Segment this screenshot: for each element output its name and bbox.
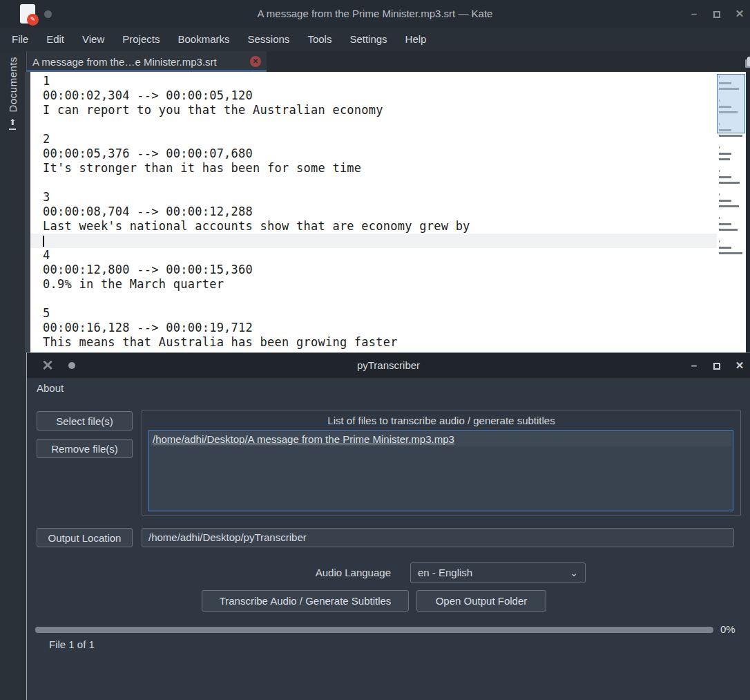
minimize-button[interactable]: – <box>684 0 704 28</box>
file-list-title: List of files to transcribe audio / gene… <box>142 410 740 426</box>
kate-tabbar: A message from the…e Minister.mp3.srt ✕ <box>25 51 750 72</box>
audio-language-label: Audio Language <box>234 567 391 578</box>
menu-file[interactable]: File <box>3 28 37 51</box>
menu-view[interactable]: View <box>73 28 113 51</box>
kate-titlebar[interactable]: ✎ A message from the Prime Minister.mp3.… <box>0 0 750 28</box>
menu-about[interactable]: About <box>37 378 64 399</box>
editor-line: 00:00:08,704 --> 00:00:12,288 <box>30 205 717 219</box>
documents-sidebar-label: Documents <box>7 57 19 112</box>
editor-right-strip <box>746 72 750 352</box>
editor-gutter <box>25 72 30 352</box>
minimap-line <box>719 200 731 202</box>
pytranscriber-window-title: pyTranscriber <box>27 353 750 378</box>
pytranscriber-window: ✕ pyTranscriber – ✕ About Select file(s)… <box>26 352 750 700</box>
editor-line: 5 <box>30 306 717 321</box>
minimap-line <box>719 247 731 249</box>
editor-line: 3 <box>30 190 717 205</box>
transcribe-button[interactable]: Transcribe Audio / Generate Subtitles <box>202 590 409 612</box>
kate-menubar: FileEditViewProjectsBookmarksSessionsToo… <box>0 28 750 51</box>
editor-line: 00:00:02,304 --> 00:00:05,120 <box>30 88 717 103</box>
menu-settings[interactable]: Settings <box>340 28 396 51</box>
minimap-line <box>719 176 731 178</box>
editor-line <box>30 234 717 248</box>
pytranscriber-titlebar[interactable]: ✕ pyTranscriber – ✕ <box>27 353 750 378</box>
editor-line: This means that Australia has been growi… <box>30 335 717 350</box>
editor-line <box>30 176 717 190</box>
editor-line: I can report to you that the Australian … <box>30 103 717 117</box>
chevron-down-icon: ⌄ <box>570 563 578 583</box>
progress-status: File 1 of 1 <box>49 638 95 650</box>
minimap-line <box>719 223 731 225</box>
minimap-line <box>719 146 720 149</box>
minimap-line <box>719 193 720 196</box>
tab-close-icon[interactable]: ✕ <box>250 56 261 67</box>
output-location-button[interactable]: Output Location <box>37 528 133 547</box>
open-output-folder-button[interactable]: Open Output Folder <box>416 590 546 612</box>
editor-line: 00:00:05,376 --> 00:00:07,680 <box>30 146 717 161</box>
menu-tools[interactable]: Tools <box>298 28 340 51</box>
audio-language-selected-value: en - English <box>418 567 472 578</box>
minimap-line <box>719 252 742 254</box>
maximize-icon <box>713 11 720 18</box>
minimap-line <box>719 153 731 155</box>
minimize-button[interactable]: – <box>684 353 704 378</box>
menu-sessions[interactable]: Sessions <box>239 28 299 51</box>
editor-line: 1 <box>30 74 717 88</box>
minimap-line <box>719 182 740 184</box>
minimap[interactable] <box>717 72 746 352</box>
minimap-line <box>719 158 730 160</box>
editor-line: 4 <box>30 248 717 263</box>
tab-label: A message from the…e Minister.mp3.srt <box>32 56 250 68</box>
progress-percent: 0% <box>720 623 735 635</box>
editor-line: It's stronger than it has been for some … <box>30 161 717 176</box>
close-button[interactable]: ✕ <box>729 353 750 378</box>
maximize-icon <box>713 363 720 370</box>
maximize-button[interactable] <box>706 353 727 378</box>
text-editor[interactable]: 100:00:02,304 --> 00:00:05,120I can repo… <box>25 72 750 352</box>
editor-line: 00:00:12,800 --> 00:00:15,360 <box>30 263 717 277</box>
editor-line: Last week's national accounts show that … <box>30 219 717 234</box>
upload-arrow-icon: ⬆ <box>9 118 16 129</box>
menu-projects[interactable]: Projects <box>113 28 169 51</box>
editor-line: 00:00:16,128 --> 00:00:19,712 <box>30 321 717 335</box>
text-cursor <box>43 236 44 247</box>
close-button[interactable]: ✕ <box>729 0 750 28</box>
editor-line <box>30 117 717 132</box>
minimap-line <box>719 205 739 207</box>
pytranscriber-body: Select file(s) Remove file(s) List of fi… <box>27 399 750 700</box>
maximize-button[interactable] <box>706 0 727 28</box>
minimap-line <box>719 229 738 231</box>
minimap-line <box>719 135 742 137</box>
tab-srt-file[interactable]: A message from the…e Minister.mp3.srt ✕ <box>26 51 267 72</box>
kate-window-title: A message from the Prime Minister.mp3.sr… <box>0 0 750 28</box>
editor-lines: 100:00:02,304 --> 00:00:05,120I can repo… <box>30 74 717 350</box>
minimap-line <box>719 217 720 219</box>
desktop: ✎ A message from the Prime Minister.mp3.… <box>0 0 750 700</box>
menu-edit[interactable]: Edit <box>37 28 73 51</box>
documents-sidebar[interactable]: Documents ⬆ <box>0 51 25 700</box>
pytranscriber-menubar: About <box>27 378 750 399</box>
select-files-button[interactable]: Select file(s) <box>37 411 133 431</box>
file-list-groupbox: List of files to transcribe audio / gene… <box>142 410 741 516</box>
documents-stack-icon[interactable] <box>747 57 750 66</box>
file-list-item[interactable]: /home/adhi/Desktop/A message from the Pr… <box>150 432 731 446</box>
audio-language-select[interactable]: en - English ⌄ <box>410 562 586 583</box>
menu-bookmarks[interactable]: Bookmarks <box>169 28 238 51</box>
editor-line: 2 <box>30 132 717 146</box>
progress-bar <box>35 627 713 633</box>
menu-help[interactable]: Help <box>396 28 436 51</box>
editor-line: 0.9% in the March quarter <box>30 277 717 292</box>
remove-files-button[interactable]: Remove file(s) <box>37 439 133 458</box>
minimap-viewport[interactable] <box>717 74 745 133</box>
output-location-field[interactable]: /home/adhi/Desktop/pyTranscriber <box>142 528 734 547</box>
minimap-line <box>719 170 720 172</box>
editor-line <box>30 292 717 306</box>
file-list[interactable]: /home/adhi/Desktop/A message from the Pr… <box>148 430 733 511</box>
minimap-line <box>719 240 720 243</box>
